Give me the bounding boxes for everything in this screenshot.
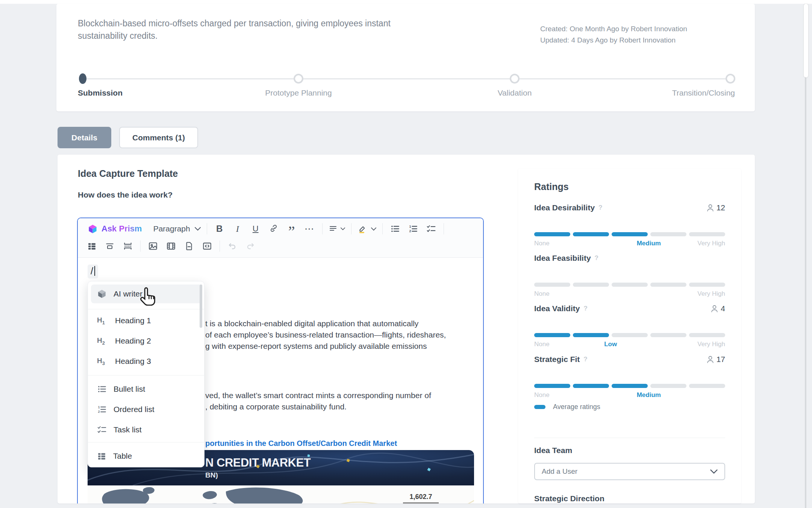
blockquote-button[interactable]: ” [285,222,298,236]
block-style-value: Paragraph [153,224,190,233]
align-dropdown[interactable] [329,222,345,236]
help-icon[interactable]: ? [598,204,602,211]
video-icon [166,241,176,251]
chevron-down-icon [371,227,376,231]
link-button[interactable] [267,222,280,236]
rating-bar [534,384,725,388]
toolbar-divider [207,223,207,234]
prism-logo-icon [88,224,98,234]
menu-item-heading-1[interactable]: H1 Heading 1 [91,311,202,330]
menu-item-heading-2[interactable]: H2 Heading 2 [91,332,202,350]
rating-vote-count: 4 [711,304,725,313]
italic-button[interactable]: I [231,222,244,236]
chevron-down-icon [195,227,201,231]
tab-details[interactable]: Details [58,127,111,148]
rating-vote-count: 12 [707,203,725,212]
toc-button[interactable] [85,239,98,253]
insert-file-button[interactable] [183,239,195,253]
help-icon[interactable]: ? [583,305,587,312]
editor-text-line: t is a blockchain-enabled digital applic… [205,319,418,328]
idea-description: Blockchain-based micro-offsets charged p… [78,17,435,42]
bullet-list-icon [97,384,107,394]
bar-value-label: 1,602.7 [403,493,439,501]
form-question: How does the idea work? [78,190,173,199]
menu-item-heading-3[interactable]: H3 Heading 3 [91,352,202,371]
undo-button[interactable] [226,239,239,253]
menu-item-bullet-list[interactable]: Bullet list [91,380,202,398]
legend-pill [534,405,545,409]
step-label-submission: Submission [78,88,123,97]
rating-bar [534,333,725,337]
idea-detail-page: Blockchain-based micro-offsets charged p… [0,0,812,508]
image-icon [148,241,158,251]
editor-text-line: g with expense-report systems and public… [205,342,427,351]
stepper-line [83,78,730,79]
svg-text:1: 1 [98,405,100,409]
ai-cube-icon [97,289,107,299]
svg-text:2: 2 [409,229,411,233]
idea-summary-card: Blockchain-based micro-offsets charged p… [56,4,755,111]
insert-embed-button[interactable] [201,239,214,253]
toolbar-divider [140,240,141,252]
insert-image-button[interactable] [147,239,159,253]
step-dot-prototype-planning [294,74,303,84]
heading-1-icon: H1 [97,316,108,325]
updated-text: Updated: 4 Days Ago by Robert Innovation [540,35,687,46]
person-icon [711,305,718,313]
rating-metric-desirability: Idea Desirability ? 12 None Medium Very … [534,203,725,248]
add-user-select[interactable]: Add a User [534,463,725,480]
block-style-dropdown[interactable]: Paragraph [153,224,201,233]
menu-scrollbar-thumb[interactable] [200,284,202,328]
help-icon[interactable]: ? [583,356,587,363]
rating-bar [534,232,725,236]
step-label-transition-closing: Transition/Closing [672,88,735,97]
toolbar-divider [351,223,351,234]
bullet-list-button[interactable] [389,222,401,236]
highlight-dropdown[interactable] [358,222,376,236]
heading-3-icon: H3 [97,357,108,366]
banner-title: N CREDIT MARKET [205,456,311,470]
embedded-link-text[interactable]: portunities in the Carbon Offset/Carbon … [205,439,397,448]
editor-text-line: , debiting a corporate sustainability fu… [205,402,347,411]
ask-prism-button[interactable]: Ask Prism [88,224,142,234]
help-icon[interactable]: ? [595,254,598,262]
step-dot-transition-closing [726,74,735,84]
tab-comments[interactable]: Comments (1) [119,127,198,148]
ordered-list-button[interactable]: 12 [407,222,420,236]
menu-item-task-list[interactable]: Task list [91,420,202,439]
file-icon [184,241,194,251]
redo-button[interactable] [244,239,257,253]
toolbar-divider [444,223,444,234]
chevron-down-icon [341,227,345,230]
top-strip [0,0,812,4]
page-break-button[interactable] [121,239,134,253]
menu-item-ordered-list[interactable]: 12 Ordered list [91,400,202,419]
step-label-prototype-planning: Prototype Planning [265,88,332,97]
slash-command-chip: / [88,265,98,278]
ratings-divider [534,438,725,438]
rating-metric-feasibility: Idea Feasibility ? None Very High [534,254,725,299]
underline-button[interactable]: U [249,222,262,236]
redo-icon [245,241,255,251]
editor-text-line: of each employee’s business-related tran… [205,330,446,339]
idea-team-title: Idea Team [534,446,572,455]
highlighter-icon [358,224,367,234]
ratings-panel: Ratings Idea Desirability ? 12 None Medi… [518,169,741,503]
form-title: Idea Capture Template [78,168,178,179]
table-icon [97,452,106,461]
horizontal-rule-button[interactable] [103,239,116,253]
task-list-icon [426,224,436,234]
page-scrollbar-thumb[interactable] [804,4,808,78]
task-list-button[interactable] [425,222,438,236]
task-list-icon [97,425,107,435]
bold-button[interactable]: B [213,222,226,236]
insert-video-button[interactable] [165,239,177,253]
page-scrollbar-track[interactable] [805,77,806,508]
menu-item-table[interactable]: Table [91,447,202,465]
step-dot-validation [510,74,520,84]
text-caret [94,266,95,276]
align-left-icon [329,224,338,233]
editor-text-line: ved, the wallet’s smart contract mints a… [205,391,431,400]
more-options-button[interactable]: ⋯ [303,222,316,236]
person-icon [707,204,714,212]
